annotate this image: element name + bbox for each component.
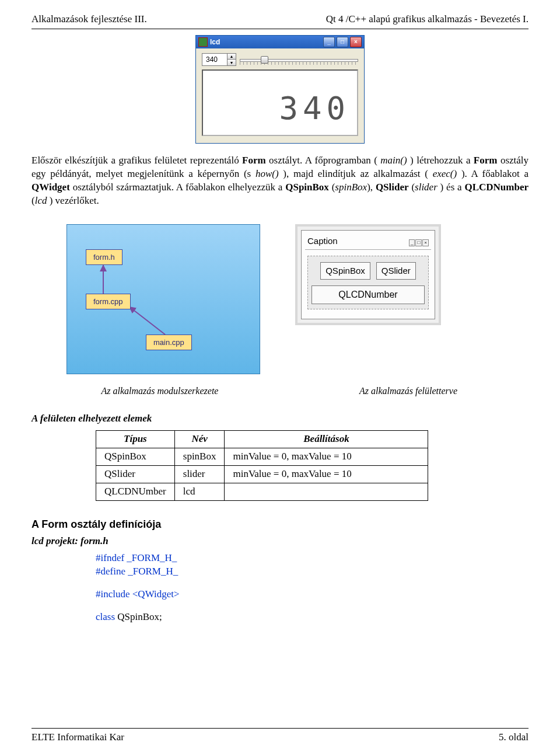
- th-settings: Beállítások: [225, 431, 428, 448]
- maximize-button[interactable]: □: [337, 37, 348, 47]
- minimize-button[interactable]: _: [323, 37, 335, 47]
- code-blank: [96, 579, 528, 588]
- code-blank: [96, 601, 528, 611]
- table-row: QSpinBox spinBox minValue = 0, maxValue …: [96, 448, 428, 466]
- sketch-caption: Caption: [307, 235, 338, 247]
- spinbox-control[interactable]: 340 ▲ ▼: [202, 53, 236, 66]
- module-box-form-h: form.h: [86, 249, 123, 266]
- cell-type: QSpinBox: [96, 448, 175, 466]
- titlebar: lcd _ □ ×: [196, 36, 364, 48]
- sketch-min-icon: _: [409, 239, 415, 247]
- sketch-max-icon: □: [415, 239, 422, 247]
- footer-left: ELTE Informatikai Kar: [32, 731, 124, 744]
- window-title: lcd: [210, 37, 220, 47]
- layout-sketch-figure: Caption _□× QSpinBox QSlider QLCDNumber: [295, 224, 441, 325]
- app-window: lcd _ □ × 340 ▲ ▼: [195, 35, 365, 144]
- text: osztályból származtatjuk. A főablakon el…: [73, 182, 286, 193]
- th-type: Típus: [96, 431, 175, 448]
- text-qslider: QSlider: [376, 182, 409, 193]
- sketch-window-buttons: _□×: [408, 235, 429, 247]
- text: ) és a: [440, 182, 465, 193]
- figure-row: form.h form.cpp main.cpp Caption _□× QSp…: [66, 224, 528, 374]
- text-exec: exec(): [433, 168, 457, 179]
- code-line: #include <QWidget>: [96, 588, 528, 601]
- keyword-class: class: [96, 611, 115, 622]
- page-header: Alkalmazások fejlesztése III. Qt 4 /C++ …: [32, 13, 528, 29]
- caption-layout-plan: Az alkalmazás felületterve: [288, 385, 528, 398]
- elements-table: Típus Név Beállítások QSpinBox spinBox m…: [96, 430, 428, 501]
- cell-settings: [225, 483, 428, 501]
- app-screenshot: lcd _ □ × 340 ▲ ▼: [195, 35, 365, 144]
- text-qspinbox: QSpinBox: [285, 182, 329, 193]
- close-button[interactable]: ×: [350, 37, 362, 47]
- svg-line-1: [129, 306, 165, 335]
- cell-type: QSlider: [96, 466, 175, 483]
- cell-settings: minValue = 0, maxValue = 10: [225, 448, 428, 466]
- lcd-display: 340: [202, 69, 358, 136]
- text: osztályt. A főprogramban (: [269, 155, 377, 166]
- spinbox-up-icon[interactable]: ▲: [228, 54, 236, 60]
- text-slider-it: slider: [415, 182, 438, 193]
- module-box-main-cpp: main.cpp: [146, 335, 192, 351]
- cell-name: spinBox: [174, 448, 225, 466]
- slider-ticks: [240, 61, 358, 65]
- code-section-heading: A Form osztály definíciója: [32, 517, 528, 531]
- app-icon: [198, 37, 208, 47]
- text: ),: [367, 182, 376, 193]
- text: Először elkészítjük a grafikus felületet…: [32, 155, 242, 166]
- code-line: #define _FORM_H_: [96, 565, 528, 579]
- text: ), majd elindítjuk az alkalmazást (: [283, 168, 428, 179]
- table-header-row: Típus Név Beállítások: [96, 431, 428, 448]
- text-form: Form: [242, 155, 266, 166]
- text: ) létrehozzuk a: [410, 155, 474, 166]
- cell-name: slider: [174, 466, 225, 483]
- project-line: lcd projekt: form.h: [32, 535, 528, 548]
- figure-captions: Az alkalmazás modulszerkezete Az alkalma…: [32, 385, 528, 398]
- text-lcd-it: lcd: [35, 195, 47, 206]
- elements-heading: A felületen elhelyezett elemek: [32, 412, 528, 426]
- module-structure-figure: form.h form.cpp main.cpp: [66, 224, 260, 374]
- text-spinbox-it: spinBox: [335, 182, 367, 193]
- code-block: #ifndef _FORM_H_ #define _FORM_H_ #inclu…: [96, 552, 528, 624]
- slider-thumb[interactable]: [261, 56, 268, 64]
- lcd-value: 340: [279, 88, 350, 130]
- sketch-close-icon: ×: [422, 239, 429, 247]
- header-left: Alkalmazások fejlesztése III.: [32, 13, 147, 26]
- cell-settings: minValue = 0, maxValue = 10: [225, 466, 428, 483]
- caption-module-structure: Az alkalmazás modulszerkezete: [32, 385, 288, 398]
- spinbox-down-icon[interactable]: ▼: [228, 60, 236, 65]
- module-box-form-cpp: form.cpp: [86, 294, 131, 310]
- footer-right: 5. oldal: [499, 731, 528, 744]
- text: ) vezérlőket.: [50, 195, 99, 206]
- header-right: Qt 4 /C++ alapú grafikus alkalmazás - Be…: [326, 13, 528, 26]
- text-form2: Form: [474, 155, 498, 166]
- text-main: main(): [380, 155, 407, 166]
- sketch-titlebar: Caption _□×: [305, 234, 431, 250]
- code-line: #ifndef _FORM_H_: [96, 552, 528, 565]
- sketch-layout-section: QSpinBox QSlider QLCDNumber: [307, 256, 429, 309]
- sketch-qspinbox: QSpinBox: [320, 262, 370, 280]
- table-row: QLCDNUmber lcd: [96, 483, 428, 501]
- table-row: QSlider slider minValue = 0, maxValue = …: [96, 466, 428, 483]
- sketch-qslider: QSlider: [376, 262, 416, 280]
- text-show: how(): [256, 168, 279, 179]
- spinbox-value[interactable]: 340: [202, 54, 227, 65]
- text-qwidget: QWidget: [32, 182, 70, 193]
- page-footer: ELTE Informatikai Kar 5. oldal: [32, 728, 528, 744]
- cell-name: lcd: [174, 483, 225, 501]
- text-qlcd: QLCDNumber: [464, 182, 528, 193]
- body-paragraph: Először elkészítjük a grafikus felületet…: [32, 154, 528, 208]
- text: ). A főablakot a: [461, 168, 528, 179]
- code-text: QSpinBox;: [115, 611, 162, 622]
- cell-type: QLCDNUmber: [96, 483, 175, 501]
- code-line: class QSpinBox;: [96, 611, 528, 624]
- th-name: Név: [174, 431, 225, 448]
- sketch-qlcdnumber: QLCDNumber: [312, 285, 425, 304]
- slider-control[interactable]: [240, 54, 358, 65]
